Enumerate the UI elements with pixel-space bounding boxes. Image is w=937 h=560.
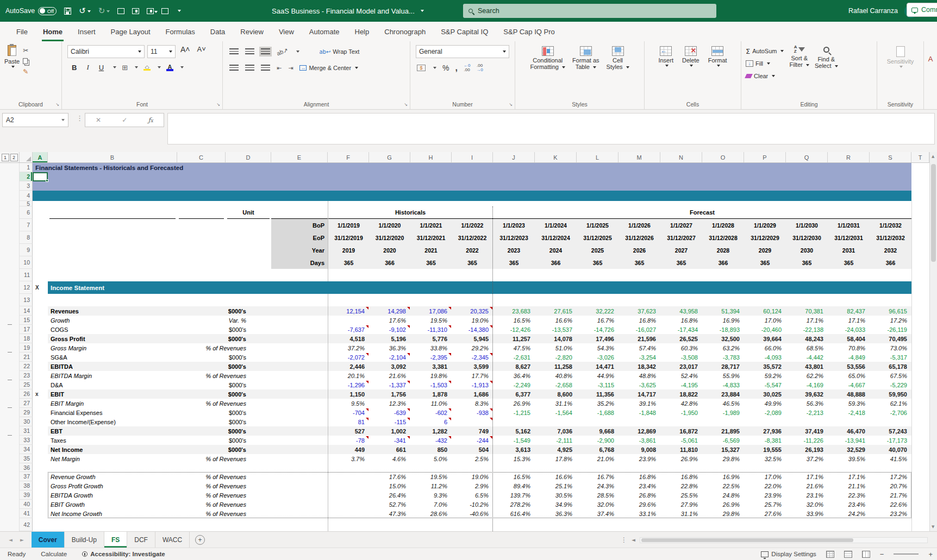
row-header-1[interactable]: 1 — [20, 163, 33, 172]
toolbar-icon-4[interactable] — [161, 8, 168, 14]
cell-I30[interactable] — [452, 417, 493, 426]
cell-N33[interactable]: -5,061 — [660, 436, 702, 445]
cell-J18[interactable]: 11,257 — [493, 334, 535, 343]
cell-A30[interactable] — [33, 417, 48, 426]
cell-H27[interactable]: 11.0% — [410, 399, 452, 408]
cell-K31[interactable]: 7,036 — [535, 426, 577, 436]
cell-O31[interactable]: 21,895 — [702, 426, 744, 436]
cell-M17[interactable]: -16,027 — [619, 325, 660, 334]
cell-O17[interactable]: -18,893 — [702, 325, 744, 334]
cell-K29[interactable]: -1,564 — [535, 408, 577, 417]
cell-Q41[interactable]: 33.9% — [786, 509, 828, 518]
cell-L37[interactable]: 16.7% — [577, 472, 619, 481]
cell-L25[interactable]: -3,115 — [577, 380, 619, 389]
cell-I15[interactable]: 19.0% — [452, 316, 493, 325]
menu-tab-view[interactable]: View — [271, 22, 302, 41]
cell-A17[interactable] — [33, 325, 48, 334]
row-header-6[interactable]: 6 — [20, 206, 33, 219]
cell-A21[interactable] — [33, 353, 48, 362]
cell-E18[interactable] — [271, 334, 328, 343]
cell-J22[interactable]: 8,627 — [493, 362, 535, 371]
cell-N40[interactable]: 27.9% — [660, 500, 702, 509]
cell-H35[interactable]: 5.0% — [410, 454, 452, 463]
qat-overflow-icon[interactable] — [178, 10, 181, 12]
cell-R9[interactable]: 2031 — [828, 244, 870, 256]
cell-G8[interactable]: 31/12/2020 — [369, 231, 410, 244]
cell-G40[interactable]: 52.7% — [369, 500, 410, 509]
cell-S29[interactable]: -2,706 — [870, 408, 911, 417]
cell-L31[interactable]: 9,668 — [577, 426, 619, 436]
cell-N7[interactable]: 1/1/2027 — [660, 219, 702, 231]
cell-P31[interactable]: 27,936 — [744, 426, 786, 436]
cell-O41[interactable]: 29.8% — [702, 509, 744, 518]
cell-N34[interactable]: 11,810 — [660, 445, 702, 454]
cell-B17[interactable]: COGS — [48, 325, 177, 334]
sheet-nav-left-icon[interactable]: ◄ — [9, 537, 13, 543]
cell-A7[interactable] — [33, 219, 48, 231]
cell-R35[interactable]: 39.5% — [828, 454, 870, 463]
row-header-30[interactable]: 30 — [20, 417, 33, 426]
cell-blank-36[interactable] — [33, 463, 929, 472]
cell-S17[interactable]: -26,119 — [870, 325, 911, 334]
cell-N31[interactable]: 16,872 — [660, 426, 702, 436]
cell-B26[interactable]: EBIT — [48, 389, 177, 399]
row-header-22[interactable]: 22 — [20, 362, 33, 371]
cell-S18[interactable]: 70,495 — [870, 334, 911, 343]
cell-I18[interactable]: 5,945 — [452, 334, 493, 343]
cell-R33[interactable]: -13,941 — [828, 436, 870, 445]
cell-J33[interactable]: -1,549 — [493, 436, 535, 445]
cell-J40[interactable]: 278.2% — [493, 500, 535, 509]
cell-E30[interactable] — [271, 417, 328, 426]
cell-K10[interactable]: 366 — [535, 256, 577, 269]
cell-M26[interactable]: 14,717 — [619, 389, 660, 399]
row-header-13[interactable]: 13 — [20, 294, 33, 306]
cell-F31[interactable]: 527 — [328, 426, 369, 436]
menu-tab-review[interactable]: Review — [233, 22, 271, 41]
cell-M37[interactable]: 16.8% — [619, 472, 660, 481]
enter-icon[interactable]: ✓ — [122, 116, 127, 124]
cell-D22[interactable]: $000's — [177, 362, 271, 371]
row-header-15[interactable]: 15 — [20, 316, 33, 325]
cell-N41[interactable]: 31.1% — [660, 509, 702, 518]
column-header-F[interactable]: F — [328, 152, 369, 162]
cell-M39[interactable]: 26.8% — [619, 490, 660, 500]
cell-H40[interactable]: 7.0% — [410, 500, 452, 509]
vertical-scroll-thumb[interactable] — [931, 164, 936, 262]
cell-Q29[interactable]: -2,213 — [786, 408, 828, 417]
outline-level-1-button[interactable]: 1 — [2, 154, 9, 161]
outline-level-2-button[interactable]: 2 — [10, 154, 18, 161]
search-input[interactable]: Search — [463, 4, 716, 18]
cell-B27[interactable]: EBIT Margin — [48, 399, 177, 408]
cell-E27[interactable] — [271, 399, 328, 408]
cell-A26[interactable]: x — [33, 389, 48, 399]
cell-A27[interactable] — [33, 399, 48, 408]
cell-B9[interactable] — [48, 244, 177, 256]
cell-I38[interactable]: 2.9% — [452, 481, 493, 490]
new-sheet-button[interactable]: + — [195, 535, 205, 545]
cell-O9[interactable]: 2028 — [702, 244, 744, 256]
cell-E14[interactable] — [271, 306, 328, 316]
cell-S9[interactable]: 2032 — [870, 244, 911, 256]
cell-F41[interactable] — [328, 509, 369, 518]
cell-J38[interactable]: 89.4% — [493, 481, 535, 490]
cell-L8[interactable]: 31/12/2025 — [577, 231, 619, 244]
increase-decimal-icon[interactable]: ←0.00 — [464, 64, 470, 72]
zoom-out-icon[interactable]: − — [880, 550, 884, 558]
cell-O14[interactable]: 51,394 — [702, 306, 744, 316]
column-header-K[interactable]: K — [535, 152, 577, 162]
cell-Q25[interactable]: -4,169 — [786, 380, 828, 389]
cell-P23[interactable]: 59.2% — [744, 371, 786, 380]
cell-B6[interactable] — [48, 206, 177, 219]
format-painter-icon[interactable]: ✎ — [23, 68, 28, 75]
cell-Q9[interactable]: 2030 — [786, 244, 828, 256]
cell-A6[interactable] — [33, 206, 48, 219]
cell-G14[interactable]: 14,298 — [369, 306, 410, 316]
cell-G41[interactable]: 47.3% — [369, 509, 410, 518]
cell-N35[interactable]: 26.9% — [660, 454, 702, 463]
italic-button[interactable]: I — [84, 63, 91, 72]
cell-E38[interactable] — [271, 481, 328, 490]
cell-M27[interactable]: 39.1% — [619, 399, 660, 408]
cell-G27[interactable]: 12.3% — [369, 399, 410, 408]
cell-G7[interactable]: 1/1/2020 — [369, 219, 410, 231]
cell-J30[interactable] — [493, 417, 535, 426]
